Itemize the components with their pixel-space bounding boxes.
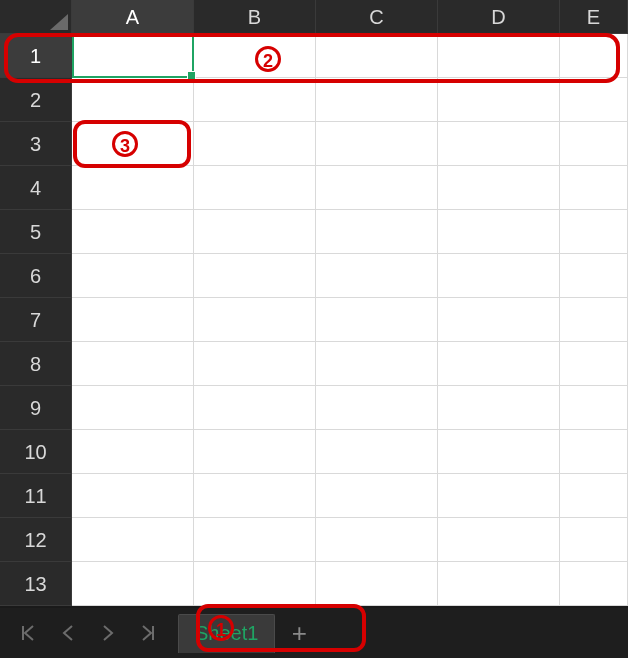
cell-E3[interactable] xyxy=(560,122,628,166)
cell-E12[interactable] xyxy=(560,518,628,562)
cell-C3[interactable] xyxy=(316,122,438,166)
cell-D1[interactable] xyxy=(438,34,560,78)
cell-A1[interactable] xyxy=(72,34,194,78)
cell-B4[interactable] xyxy=(194,166,316,210)
cell-B10[interactable] xyxy=(194,430,316,474)
row-header-8[interactable]: 8 xyxy=(0,342,72,386)
cell-B1[interactable] xyxy=(194,34,316,78)
row-1: 1 xyxy=(0,34,628,78)
column-headers: ABCDE xyxy=(0,0,628,34)
cell-E5[interactable] xyxy=(560,210,628,254)
cell-C9[interactable] xyxy=(316,386,438,430)
cell-C13[interactable] xyxy=(316,562,438,606)
cell-A13[interactable] xyxy=(72,562,194,606)
row-header-6[interactable]: 6 xyxy=(0,254,72,298)
cell-B13[interactable] xyxy=(194,562,316,606)
row-3: 3 xyxy=(0,122,628,166)
row-header-13[interactable]: 13 xyxy=(0,562,72,606)
cell-D2[interactable] xyxy=(438,78,560,122)
row-2: 2 xyxy=(0,78,628,122)
cell-E7[interactable] xyxy=(560,298,628,342)
cell-D9[interactable] xyxy=(438,386,560,430)
cell-B6[interactable] xyxy=(194,254,316,298)
row-header-12[interactable]: 12 xyxy=(0,518,72,562)
cell-E8[interactable] xyxy=(560,342,628,386)
row-header-11[interactable]: 11 xyxy=(0,474,72,518)
cell-B3[interactable] xyxy=(194,122,316,166)
cell-E1[interactable] xyxy=(560,34,628,78)
cell-D12[interactable] xyxy=(438,518,560,562)
select-all-corner[interactable] xyxy=(0,0,72,34)
cell-C6[interactable] xyxy=(316,254,438,298)
row-header-4[interactable]: 4 xyxy=(0,166,72,210)
cell-E4[interactable] xyxy=(560,166,628,210)
cell-A5[interactable] xyxy=(72,210,194,254)
cell-D8[interactable] xyxy=(438,342,560,386)
spreadsheet-area: ABCDE 12345678910111213 xyxy=(0,0,628,608)
cell-C12[interactable] xyxy=(316,518,438,562)
row-header-1[interactable]: 1 xyxy=(0,34,72,78)
row-header-7[interactable]: 7 xyxy=(0,298,72,342)
cell-A7[interactable] xyxy=(72,298,194,342)
plus-icon: + xyxy=(292,618,307,649)
cell-B7[interactable] xyxy=(194,298,316,342)
column-header-D[interactable]: D xyxy=(438,0,560,34)
cell-B11[interactable] xyxy=(194,474,316,518)
cell-A4[interactable] xyxy=(72,166,194,210)
row-header-5[interactable]: 5 xyxy=(0,210,72,254)
sheet-tab-active[interactable]: Sheet1 xyxy=(178,614,275,653)
prev-sheet-icon[interactable] xyxy=(48,608,88,658)
cell-D4[interactable] xyxy=(438,166,560,210)
cell-C1[interactable] xyxy=(316,34,438,78)
cell-A10[interactable] xyxy=(72,430,194,474)
column-header-A[interactable]: A xyxy=(72,0,194,34)
cell-C2[interactable] xyxy=(316,78,438,122)
cell-D7[interactable] xyxy=(438,298,560,342)
cell-D3[interactable] xyxy=(438,122,560,166)
cell-A11[interactable] xyxy=(72,474,194,518)
column-header-C[interactable]: C xyxy=(316,0,438,34)
cell-E13[interactable] xyxy=(560,562,628,606)
cell-B2[interactable] xyxy=(194,78,316,122)
cell-A12[interactable] xyxy=(72,518,194,562)
cell-C5[interactable] xyxy=(316,210,438,254)
cell-B9[interactable] xyxy=(194,386,316,430)
cell-D6[interactable] xyxy=(438,254,560,298)
row-header-3[interactable]: 3 xyxy=(0,122,72,166)
row-header-2[interactable]: 2 xyxy=(0,78,72,122)
cell-B5[interactable] xyxy=(194,210,316,254)
cell-E9[interactable] xyxy=(560,386,628,430)
cell-B12[interactable] xyxy=(194,518,316,562)
cell-D13[interactable] xyxy=(438,562,560,606)
column-header-B[interactable]: B xyxy=(194,0,316,34)
add-sheet-button[interactable]: + xyxy=(279,608,319,658)
cell-C11[interactable] xyxy=(316,474,438,518)
row-6: 6 xyxy=(0,254,628,298)
cell-D10[interactable] xyxy=(438,430,560,474)
cell-A3[interactable] xyxy=(72,122,194,166)
cell-E11[interactable] xyxy=(560,474,628,518)
cell-A2[interactable] xyxy=(72,78,194,122)
cell-E2[interactable] xyxy=(560,78,628,122)
cell-E10[interactable] xyxy=(560,430,628,474)
first-sheet-icon[interactable] xyxy=(8,608,48,658)
cell-C7[interactable] xyxy=(316,298,438,342)
next-sheet-icon[interactable] xyxy=(88,608,128,658)
cell-A9[interactable] xyxy=(72,386,194,430)
cell-C8[interactable] xyxy=(316,342,438,386)
cell-E6[interactable] xyxy=(560,254,628,298)
row-header-10[interactable]: 10 xyxy=(0,430,72,474)
row-10: 10 xyxy=(0,430,628,474)
last-sheet-icon[interactable] xyxy=(128,608,168,658)
column-header-E[interactable]: E xyxy=(560,0,628,34)
cell-C10[interactable] xyxy=(316,430,438,474)
cell-A8[interactable] xyxy=(72,342,194,386)
cell-D11[interactable] xyxy=(438,474,560,518)
cell-B8[interactable] xyxy=(194,342,316,386)
row-header-9[interactable]: 9 xyxy=(0,386,72,430)
row-4: 4 xyxy=(0,166,628,210)
sheet-tab-bar: Sheet1 + xyxy=(0,608,628,658)
cell-A6[interactable] xyxy=(72,254,194,298)
cell-D5[interactable] xyxy=(438,210,560,254)
cell-C4[interactable] xyxy=(316,166,438,210)
